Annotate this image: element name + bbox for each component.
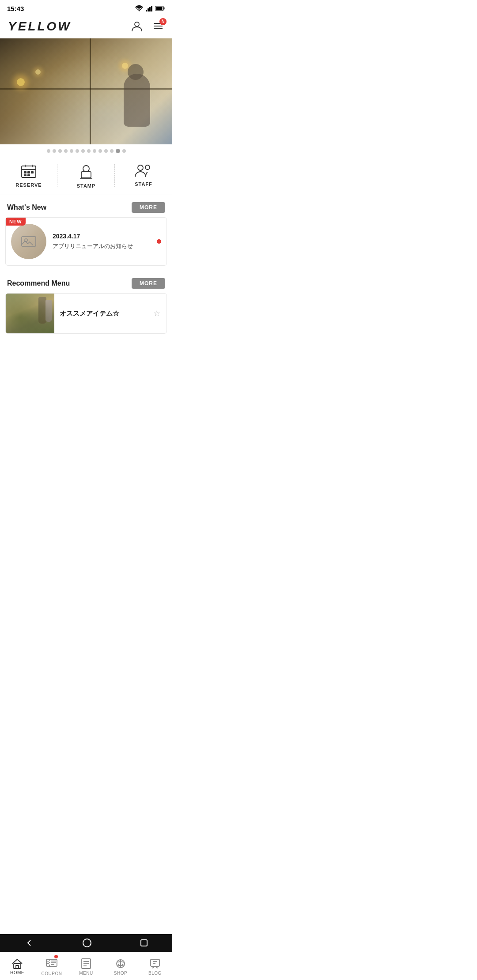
svg-rect-5 xyxy=(164,8,165,10)
person-head xyxy=(128,64,144,80)
quick-actions: RESERVE STAMP STAFF xyxy=(0,157,172,195)
staff-icon xyxy=(134,164,153,178)
whats-new-more-button[interactable]: MORE xyxy=(132,202,165,213)
dot-8 xyxy=(87,149,91,153)
news-content: 2023.4.17 アプリリニューアルのお知らせ xyxy=(53,233,151,250)
dot-12 xyxy=(110,149,114,153)
signal-icon xyxy=(146,5,153,11)
svg-point-23 xyxy=(138,165,143,170)
hero-banner xyxy=(0,38,172,144)
dot-1 xyxy=(47,149,50,153)
news-card[interactable]: NEW 2023.4.17 アプリリニューアルのお知らせ xyxy=(5,217,167,266)
dot-5 xyxy=(70,149,73,153)
dot-3 xyxy=(58,149,62,153)
news-date: 2023.4.17 xyxy=(53,233,151,240)
news-text: アプリリニューアルのお知らせ xyxy=(53,242,151,250)
status-time: 15:43 xyxy=(7,5,24,12)
status-bar: 15:43 xyxy=(0,0,172,16)
svg-point-7 xyxy=(135,22,139,26)
calendar-icon xyxy=(20,164,37,179)
whats-new-header: What's New MORE xyxy=(0,195,172,217)
person-silhouette xyxy=(124,74,150,127)
svg-rect-1 xyxy=(148,8,149,11)
dot-11 xyxy=(104,149,108,153)
dot-6 xyxy=(76,149,79,153)
dot-13 xyxy=(116,149,120,153)
svg-rect-21 xyxy=(83,166,89,172)
svg-rect-16 xyxy=(27,171,30,173)
stamp-icon xyxy=(79,164,94,180)
svg-rect-15 xyxy=(24,171,26,173)
recommend-content: オススメアイテム☆ xyxy=(54,303,153,324)
favorite-star-container[interactable]: ☆ xyxy=(153,309,167,318)
svg-rect-2 xyxy=(149,7,151,11)
dot-2 xyxy=(53,149,56,153)
recommend-menu-header: Recommend Menu MORE xyxy=(0,271,172,293)
profile-button[interactable] xyxy=(131,20,143,34)
svg-rect-19 xyxy=(27,174,30,176)
recommend-thumbnail xyxy=(6,294,54,333)
light-spot-2 xyxy=(35,69,41,75)
wifi-icon xyxy=(135,5,143,11)
header-actions: N xyxy=(131,20,164,34)
favorite-star-icon: ☆ xyxy=(153,309,160,318)
stamp-action[interactable]: STAMP xyxy=(57,157,115,195)
reserve-action[interactable]: RESERVE xyxy=(0,157,57,195)
recommend-card[interactable]: オススメアイテム☆ ☆ xyxy=(5,293,167,334)
menu-button[interactable]: N xyxy=(152,20,164,34)
recommend-title: オススメアイテム☆ xyxy=(60,309,119,317)
dot-7 xyxy=(81,149,85,153)
staff-label: STAFF xyxy=(135,181,152,187)
status-icons xyxy=(135,5,165,11)
carousel-dots xyxy=(0,144,172,157)
news-thumbnail xyxy=(11,224,46,259)
notification-badge: N xyxy=(159,18,167,25)
light-spot-3 xyxy=(122,63,128,69)
battery-icon xyxy=(155,6,165,11)
reserve-label: RESERVE xyxy=(15,182,42,188)
header: YELLOW N xyxy=(0,16,172,38)
app-logo: YELLOW xyxy=(8,19,72,34)
news-badge: NEW xyxy=(6,218,26,226)
dot-10 xyxy=(98,149,102,153)
staff-action[interactable]: STAFF xyxy=(115,157,172,195)
svg-rect-25 xyxy=(22,237,36,246)
svg-rect-3 xyxy=(151,6,152,11)
svg-rect-6 xyxy=(156,7,163,10)
dot-4 xyxy=(64,149,68,153)
dot-9 xyxy=(93,149,96,153)
recommend-more-button[interactable]: MORE xyxy=(132,278,165,289)
svg-rect-17 xyxy=(31,171,34,173)
foliage-overlay xyxy=(6,294,54,333)
whats-new-title: What's New xyxy=(7,204,46,211)
news-thumb-image xyxy=(11,224,46,259)
svg-point-24 xyxy=(145,165,150,170)
bottom-spacer xyxy=(0,337,172,390)
photo-placeholder-icon xyxy=(21,235,37,248)
profile-icon xyxy=(131,20,143,32)
svg-rect-20 xyxy=(81,172,91,178)
light-spot-1 xyxy=(17,78,25,86)
svg-rect-0 xyxy=(146,10,147,11)
news-unread-dot xyxy=(157,239,161,244)
stamp-label: STAMP xyxy=(77,183,96,188)
recommend-menu-title: Recommend Menu xyxy=(7,279,70,287)
dot-14 xyxy=(122,149,126,153)
svg-rect-18 xyxy=(24,174,26,176)
